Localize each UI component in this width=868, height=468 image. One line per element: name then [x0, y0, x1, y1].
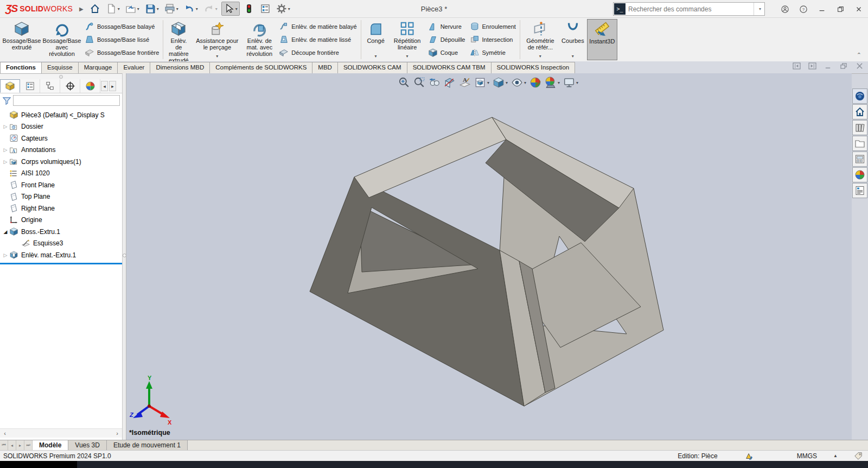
- ribbon-collapse-chevron-icon[interactable]: ⌃: [857, 52, 861, 59]
- tag-icon[interactable]: [854, 452, 863, 460]
- tree-item-annotations[interactable]: ▷AAnnotations: [0, 144, 122, 156]
- panel-tab-display-manager[interactable]: [80, 79, 100, 93]
- ribbon-button-extrude[interactable]: Bossage/Base extrudé: [2, 19, 41, 60]
- doc-restore-icon[interactable]: [840, 62, 848, 69]
- ribbon-button-refgeo[interactable]: Géométrie de référ...▾: [522, 19, 559, 60]
- section-view-button[interactable]: [443, 76, 456, 89]
- status-expand-icon[interactable]: ▲: [833, 453, 838, 458]
- sheet-nav-1[interactable]: ◂: [8, 440, 16, 450]
- status-units[interactable]: MMGS: [797, 452, 817, 460]
- expand-arrow-icon[interactable]: ▷: [2, 147, 9, 153]
- dropdown-arrow-icon[interactable]: ▾: [572, 53, 574, 60]
- select-cursor-button[interactable]: ▾: [221, 2, 240, 16]
- search-magnifier-icon[interactable]: ▾: [754, 3, 764, 15]
- panel-horizontal-scrollbar[interactable]: ‹ ›: [0, 428, 122, 438]
- tab-solidworks-inspection[interactable]: SOLIDWORKS Inspection: [491, 62, 576, 73]
- hide-show-items-button[interactable]: ▾: [510, 76, 527, 89]
- zoom-area-button[interactable]: [413, 76, 426, 89]
- apply-scene-button[interactable]: ▾: [544, 76, 560, 89]
- panel-tabs-scroll-right-icon[interactable]: ▸: [109, 81, 116, 91]
- graphics-viewport[interactable]: A▾▾▾▾▾ Y X Z *Isométrique: [126, 73, 852, 440]
- ribbon-button-draft[interactable]: Dépouille: [428, 34, 465, 46]
- sheet-nav-0[interactable]: ⏮: [0, 440, 8, 450]
- tab-solidworks-cam[interactable]: SOLIDWORKS CAM: [337, 62, 407, 73]
- help-icon[interactable]: ?: [794, 2, 813, 17]
- ribbon-button-sweep[interactable]: Bossage/Base balayé: [85, 21, 159, 33]
- tab-mbd[interactable]: MBD: [312, 62, 338, 73]
- panel-splitter-grip[interactable]: [0, 74, 122, 79]
- scroll-left-icon[interactable]: ‹: [0, 430, 10, 437]
- search-input[interactable]: [626, 5, 754, 13]
- restore-icon[interactable]: [831, 2, 850, 17]
- expand-arrow-icon[interactable]: ◢: [2, 229, 9, 235]
- panel-tab-properties-list[interactable]: [20, 79, 40, 93]
- ribbon-button-mirror[interactable]: Symétrie: [470, 47, 516, 59]
- panel-tabs-scroll-left-icon[interactable]: ◂: [101, 81, 108, 91]
- panel-tab-configurations[interactable]: [40, 79, 60, 93]
- options-list-button[interactable]: [258, 2, 272, 16]
- task-pane-tab-custom-properties[interactable]: [852, 183, 867, 198]
- task-pane-tab-solidworks-resources[interactable]: [852, 88, 867, 104]
- performance-traffic-light-button[interactable]: [242, 2, 256, 16]
- filter-funnel-icon[interactable]: [2, 96, 11, 105]
- tree-item-enl-v-mat-extru-1[interactable]: ▷Enlèv. mat.-Extru.1: [0, 249, 122, 261]
- view-settings-button[interactable]: ▾: [563, 76, 579, 89]
- bottom-tab-etude-de-mouvement-1[interactable]: Etude de mouvement 1: [107, 440, 188, 450]
- dropdown-arrow-icon[interactable]: ▾: [406, 53, 409, 60]
- tab-marquage[interactable]: Marquage: [78, 62, 118, 73]
- tab-solidworks-cam-tbm[interactable]: SOLIDWORKS CAM TBM: [407, 62, 492, 73]
- expand-arrow-icon[interactable]: ▷: [2, 159, 9, 165]
- home-button[interactable]: [88, 2, 102, 16]
- command-search[interactable]: >_ ▾: [613, 2, 765, 16]
- tree-item-aisi-1020[interactable]: AISI 1020: [0, 168, 122, 180]
- task-pane-tab-view-palette[interactable]: [852, 151, 867, 167]
- sheet-nav-2[interactable]: ▸: [16, 440, 24, 450]
- ribbon-button-loft[interactable]: Bossage/Base lissé: [85, 34, 159, 46]
- minimize-icon[interactable]: [813, 2, 831, 17]
- panel-tab-dimxpert-target[interactable]: [60, 79, 80, 93]
- tree-item-boss-extru-1[interactable]: ◢Boss.-Extru.1: [0, 226, 122, 238]
- tab-compl-ments-de-solidworks[interactable]: Compléments de SOLIDWORKS: [209, 62, 312, 73]
- tree-item-corps-volumiques-1-[interactable]: ▷Corps volumiques(1): [0, 156, 122, 168]
- panel-viewport-splitter[interactable]: [122, 73, 126, 440]
- undo-button[interactable]: ▾: [182, 2, 200, 16]
- ribbon-button-shell[interactable]: Coque: [428, 47, 465, 59]
- tree-item-origine[interactable]: Origine: [0, 214, 122, 226]
- expand-arrow-icon[interactable]: ▷: [2, 252, 9, 258]
- view-orientation-button[interactable]: ▾: [474, 76, 490, 89]
- ribbon-button-wrap[interactable]: Enroulement: [470, 21, 516, 33]
- task-pane-tab-file-explorer[interactable]: [852, 136, 867, 151]
- ribbon-button-wizard[interactable]: Assistance pour le perçage▾: [192, 19, 242, 60]
- tree-root-item[interactable]: Pièce3 (Default) <_Display S: [0, 109, 122, 121]
- tab-esquisse[interactable]: Esquisse: [41, 62, 79, 73]
- doc-minimize-icon[interactable]: [824, 62, 832, 69]
- dropdown-arrow-icon[interactable]: ▾: [216, 53, 218, 60]
- rollback-bar[interactable]: [0, 263, 122, 264]
- ribbon-button-cutsweep[interactable]: Enlèv. de matière balayé: [279, 21, 356, 33]
- menu-flyout-arrow-icon[interactable]: ▶: [79, 6, 84, 12]
- task-pane-tab-design-library[interactable]: [852, 120, 867, 135]
- tree-item-front-plane[interactable]: Front Plane: [0, 179, 122, 191]
- pane-left-icon[interactable]: [793, 62, 801, 69]
- ribbon-button-fillet[interactable]: Congé▾: [363, 19, 389, 60]
- ribbon-button-cutrevolve[interactable]: Enlèv. de mat. avec révolution: [242, 19, 277, 60]
- ribbon-button-cutloft[interactable]: Enlèv. de matière lissé: [279, 34, 356, 46]
- pane-right-icon[interactable]: [808, 62, 816, 69]
- dropdown-arrow-icon[interactable]: ▾: [375, 53, 377, 60]
- tab-dimensions-mbd[interactable]: Dimensions MBD: [150, 62, 210, 73]
- tree-item-top-plane[interactable]: Top Plane: [0, 191, 122, 203]
- user-icon[interactable]: [776, 2, 794, 17]
- bottom-tab-mod-le[interactable]: Modèle: [33, 440, 68, 450]
- bottom-tab-vues-3d[interactable]: Vues 3D: [68, 440, 107, 450]
- redo-button[interactable]: ▾: [202, 2, 219, 16]
- ribbon-button-rib[interactable]: Nervure: [428, 21, 465, 33]
- tab-fonctions[interactable]: Fonctions: [0, 62, 42, 73]
- tree-filter-input[interactable]: [13, 95, 120, 106]
- model-3d[interactable]: [126, 73, 852, 440]
- ribbon-button-revolve[interactable]: Bossage/Base avec révolution: [41, 19, 82, 60]
- tab-evaluer[interactable]: Evaluer: [117, 62, 150, 73]
- ribbon-button-cutextrude[interactable]: Enlèv. de matière extrudé: [165, 19, 192, 60]
- task-pane-tab-home-tab[interactable]: [852, 104, 867, 119]
- tree-item-esquisse3[interactable]: Esquisse3: [0, 238, 122, 250]
- display-style-button[interactable]: ▾: [492, 76, 508, 89]
